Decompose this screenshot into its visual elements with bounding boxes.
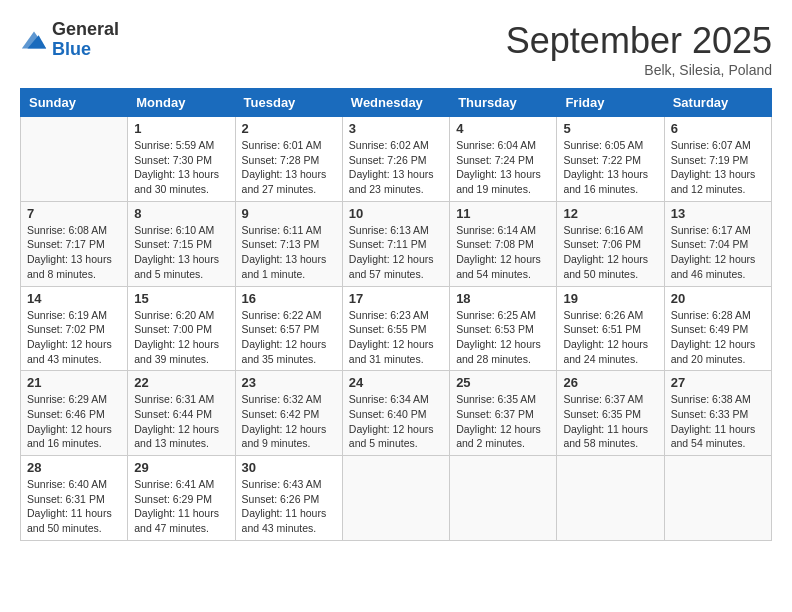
- day-number: 15: [134, 291, 228, 306]
- day-info: Sunrise: 6:43 AM Sunset: 6:26 PM Dayligh…: [242, 477, 336, 536]
- day-info: Sunrise: 6:25 AM Sunset: 6:53 PM Dayligh…: [456, 308, 550, 367]
- day-number: 27: [671, 375, 765, 390]
- day-cell: [664, 456, 771, 541]
- day-info: Sunrise: 6:38 AM Sunset: 6:33 PM Dayligh…: [671, 392, 765, 451]
- day-info: Sunrise: 6:17 AM Sunset: 7:04 PM Dayligh…: [671, 223, 765, 282]
- day-info: Sunrise: 6:19 AM Sunset: 7:02 PM Dayligh…: [27, 308, 121, 367]
- calendar: SundayMondayTuesdayWednesdayThursdayFrid…: [20, 88, 772, 541]
- day-number: 8: [134, 206, 228, 221]
- day-number: 19: [563, 291, 657, 306]
- day-info: Sunrise: 6:28 AM Sunset: 6:49 PM Dayligh…: [671, 308, 765, 367]
- day-info: Sunrise: 6:22 AM Sunset: 6:57 PM Dayligh…: [242, 308, 336, 367]
- day-number: 16: [242, 291, 336, 306]
- day-cell: 4Sunrise: 6:04 AM Sunset: 7:24 PM Daylig…: [450, 117, 557, 202]
- week-row-5: 28Sunrise: 6:40 AM Sunset: 6:31 PM Dayli…: [21, 456, 772, 541]
- day-cell: 14Sunrise: 6:19 AM Sunset: 7:02 PM Dayli…: [21, 286, 128, 371]
- day-cell: [342, 456, 449, 541]
- day-info: Sunrise: 6:11 AM Sunset: 7:13 PM Dayligh…: [242, 223, 336, 282]
- weekday-header-monday: Monday: [128, 89, 235, 117]
- day-info: Sunrise: 6:14 AM Sunset: 7:08 PM Dayligh…: [456, 223, 550, 282]
- day-cell: [450, 456, 557, 541]
- day-cell: 18Sunrise: 6:25 AM Sunset: 6:53 PM Dayli…: [450, 286, 557, 371]
- day-cell: 20Sunrise: 6:28 AM Sunset: 6:49 PM Dayli…: [664, 286, 771, 371]
- day-cell: 21Sunrise: 6:29 AM Sunset: 6:46 PM Dayli…: [21, 371, 128, 456]
- day-number: 26: [563, 375, 657, 390]
- day-number: 2: [242, 121, 336, 136]
- day-info: Sunrise: 6:05 AM Sunset: 7:22 PM Dayligh…: [563, 138, 657, 197]
- logo: General Blue: [20, 20, 119, 60]
- day-cell: 11Sunrise: 6:14 AM Sunset: 7:08 PM Dayli…: [450, 201, 557, 286]
- weekday-header-friday: Friday: [557, 89, 664, 117]
- day-cell: 9Sunrise: 6:11 AM Sunset: 7:13 PM Daylig…: [235, 201, 342, 286]
- weekday-header-wednesday: Wednesday: [342, 89, 449, 117]
- week-row-3: 14Sunrise: 6:19 AM Sunset: 7:02 PM Dayli…: [21, 286, 772, 371]
- day-cell: 16Sunrise: 6:22 AM Sunset: 6:57 PM Dayli…: [235, 286, 342, 371]
- weekday-header-saturday: Saturday: [664, 89, 771, 117]
- day-number: 9: [242, 206, 336, 221]
- day-info: Sunrise: 6:02 AM Sunset: 7:26 PM Dayligh…: [349, 138, 443, 197]
- day-number: 10: [349, 206, 443, 221]
- day-number: 24: [349, 375, 443, 390]
- day-cell: 24Sunrise: 6:34 AM Sunset: 6:40 PM Dayli…: [342, 371, 449, 456]
- day-cell: 30Sunrise: 6:43 AM Sunset: 6:26 PM Dayli…: [235, 456, 342, 541]
- month-title: September 2025: [506, 20, 772, 62]
- day-number: 13: [671, 206, 765, 221]
- day-info: Sunrise: 5:59 AM Sunset: 7:30 PM Dayligh…: [134, 138, 228, 197]
- weekday-header-row: SundayMondayTuesdayWednesdayThursdayFrid…: [21, 89, 772, 117]
- day-info: Sunrise: 6:41 AM Sunset: 6:29 PM Dayligh…: [134, 477, 228, 536]
- logo-text: General Blue: [52, 20, 119, 60]
- day-number: 6: [671, 121, 765, 136]
- day-info: Sunrise: 6:16 AM Sunset: 7:06 PM Dayligh…: [563, 223, 657, 282]
- day-info: Sunrise: 6:32 AM Sunset: 6:42 PM Dayligh…: [242, 392, 336, 451]
- day-cell: 23Sunrise: 6:32 AM Sunset: 6:42 PM Dayli…: [235, 371, 342, 456]
- day-cell: 12Sunrise: 6:16 AM Sunset: 7:06 PM Dayli…: [557, 201, 664, 286]
- week-row-4: 21Sunrise: 6:29 AM Sunset: 6:46 PM Dayli…: [21, 371, 772, 456]
- day-info: Sunrise: 6:34 AM Sunset: 6:40 PM Dayligh…: [349, 392, 443, 451]
- day-number: 21: [27, 375, 121, 390]
- day-cell: 29Sunrise: 6:41 AM Sunset: 6:29 PM Dayli…: [128, 456, 235, 541]
- day-cell: 27Sunrise: 6:38 AM Sunset: 6:33 PM Dayli…: [664, 371, 771, 456]
- day-number: 18: [456, 291, 550, 306]
- week-row-2: 7Sunrise: 6:08 AM Sunset: 7:17 PM Daylig…: [21, 201, 772, 286]
- day-info: Sunrise: 6:31 AM Sunset: 6:44 PM Dayligh…: [134, 392, 228, 451]
- day-cell: 26Sunrise: 6:37 AM Sunset: 6:35 PM Dayli…: [557, 371, 664, 456]
- day-number: 11: [456, 206, 550, 221]
- day-info: Sunrise: 6:13 AM Sunset: 7:11 PM Dayligh…: [349, 223, 443, 282]
- day-cell: 15Sunrise: 6:20 AM Sunset: 7:00 PM Dayli…: [128, 286, 235, 371]
- day-info: Sunrise: 6:01 AM Sunset: 7:28 PM Dayligh…: [242, 138, 336, 197]
- logo-blue: Blue: [52, 40, 119, 60]
- day-number: 3: [349, 121, 443, 136]
- day-cell: 1Sunrise: 5:59 AM Sunset: 7:30 PM Daylig…: [128, 117, 235, 202]
- title-block: September 2025 Belk, Silesia, Poland: [506, 20, 772, 78]
- day-cell: 10Sunrise: 6:13 AM Sunset: 7:11 PM Dayli…: [342, 201, 449, 286]
- day-cell: 8Sunrise: 6:10 AM Sunset: 7:15 PM Daylig…: [128, 201, 235, 286]
- day-cell: 22Sunrise: 6:31 AM Sunset: 6:44 PM Dayli…: [128, 371, 235, 456]
- day-number: 7: [27, 206, 121, 221]
- day-info: Sunrise: 6:08 AM Sunset: 7:17 PM Dayligh…: [27, 223, 121, 282]
- page-header: General Blue September 2025 Belk, Silesi…: [20, 20, 772, 78]
- day-info: Sunrise: 6:29 AM Sunset: 6:46 PM Dayligh…: [27, 392, 121, 451]
- day-number: 5: [563, 121, 657, 136]
- day-cell: 7Sunrise: 6:08 AM Sunset: 7:17 PM Daylig…: [21, 201, 128, 286]
- day-cell: 2Sunrise: 6:01 AM Sunset: 7:28 PM Daylig…: [235, 117, 342, 202]
- logo-general: General: [52, 20, 119, 40]
- day-cell: 25Sunrise: 6:35 AM Sunset: 6:37 PM Dayli…: [450, 371, 557, 456]
- week-row-1: 1Sunrise: 5:59 AM Sunset: 7:30 PM Daylig…: [21, 117, 772, 202]
- day-number: 29: [134, 460, 228, 475]
- day-cell: 19Sunrise: 6:26 AM Sunset: 6:51 PM Dayli…: [557, 286, 664, 371]
- day-cell: 6Sunrise: 6:07 AM Sunset: 7:19 PM Daylig…: [664, 117, 771, 202]
- day-number: 25: [456, 375, 550, 390]
- day-info: Sunrise: 6:26 AM Sunset: 6:51 PM Dayligh…: [563, 308, 657, 367]
- weekday-header-sunday: Sunday: [21, 89, 128, 117]
- location: Belk, Silesia, Poland: [506, 62, 772, 78]
- day-number: 30: [242, 460, 336, 475]
- day-number: 22: [134, 375, 228, 390]
- day-number: 28: [27, 460, 121, 475]
- weekday-header-thursday: Thursday: [450, 89, 557, 117]
- day-info: Sunrise: 6:37 AM Sunset: 6:35 PM Dayligh…: [563, 392, 657, 451]
- day-info: Sunrise: 6:10 AM Sunset: 7:15 PM Dayligh…: [134, 223, 228, 282]
- day-info: Sunrise: 6:07 AM Sunset: 7:19 PM Dayligh…: [671, 138, 765, 197]
- day-number: 12: [563, 206, 657, 221]
- day-cell: [21, 117, 128, 202]
- day-number: 20: [671, 291, 765, 306]
